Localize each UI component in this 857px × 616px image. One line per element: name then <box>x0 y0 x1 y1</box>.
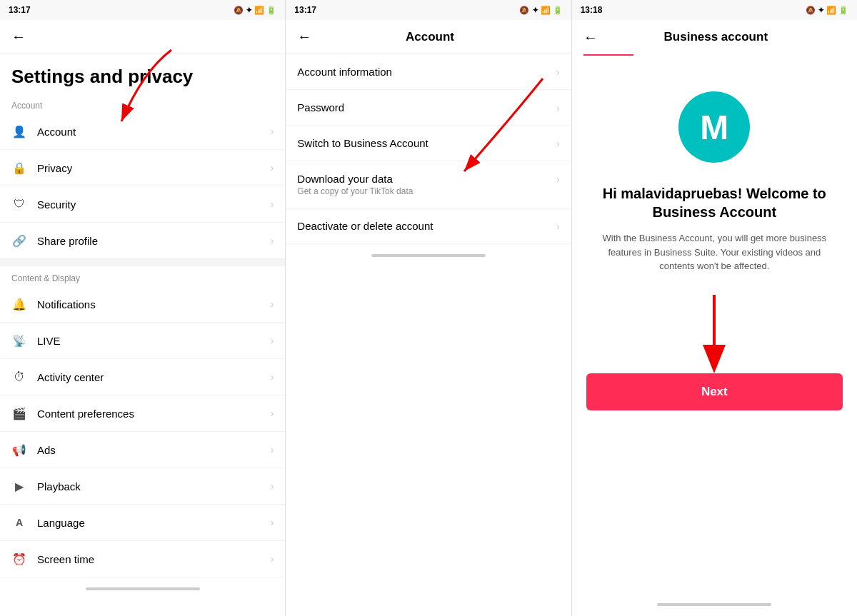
ads-label: Ads <box>37 444 271 456</box>
account-info-label: Account information <box>297 66 556 78</box>
share-label: Share profile <box>37 235 271 247</box>
welcome-desc: With the Business Account, you will get … <box>586 231 843 273</box>
chevron-screen-time: › <box>271 553 274 565</box>
bottom-bar-2 <box>371 254 486 257</box>
chevron-language: › <box>271 517 274 528</box>
bottom-bar-3 <box>657 603 771 606</box>
status-bar-2: 13:17 🔕 ✦ 📶 🔋 <box>286 0 571 20</box>
status-bar-3: 13:18 🔕 ✦ 📶 🔋 <box>572 0 857 20</box>
avatar: M <box>678 91 750 163</box>
header-3: ← Business account <box>572 20 857 54</box>
status-icons-1: 🔕 ✦ 📶 🔋 <box>234 6 276 15</box>
language-label: Language <box>37 517 271 529</box>
panel-account: 13:17 🔕 ✦ 📶 🔋 ← Account Account informat… <box>285 0 571 616</box>
switch-business-item[interactable]: Switch to Business Account › <box>286 126 571 161</box>
download-data-item[interactable]: Download your data › Get a copy of your … <box>286 161 571 208</box>
menu-item-ads[interactable]: 📢 Ads › <box>0 432 285 468</box>
menu-item-share[interactable]: 🔗 Share profile › <box>0 223 285 259</box>
chevron-password: › <box>556 102 560 113</box>
password-item[interactable]: Password › <box>286 90 571 126</box>
download-data-label: Download your data <box>297 173 556 185</box>
notifications-label: Notifications <box>37 298 271 310</box>
menu-item-notifications[interactable]: 🔔 Notifications › <box>0 286 285 323</box>
chevron-privacy: › <box>271 162 274 173</box>
chevron-content-pref: › <box>271 408 274 419</box>
panel-settings: 13:17 🔕 ✦ 📶 🔋 ← Settings and privacy Acc… <box>0 0 285 616</box>
share-icon: 🔗 <box>11 233 27 248</box>
deactivate-item[interactable]: Deactivate or delete account › <box>286 208 571 244</box>
chevron-deactivate: › <box>556 221 560 232</box>
header-1: ← <box>0 20 285 54</box>
header-2: ← Account <box>286 20 571 54</box>
security-icon: 🛡 <box>11 196 27 212</box>
chevron-share: › <box>271 235 274 246</box>
password-label: Password <box>297 101 556 113</box>
activity-label: Activity center <box>37 371 271 383</box>
section-label-content: Content & Display <box>0 266 285 286</box>
menu-item-activity[interactable]: ⏱ Activity center › <box>0 359 285 395</box>
chevron-account: › <box>271 126 274 137</box>
live-icon: 📡 <box>11 333 27 348</box>
time-1: 13:17 <box>9 5 31 15</box>
screen-time-icon: ⏰ <box>11 551 27 567</box>
arrow-area <box>586 288 843 373</box>
back-icon-2[interactable]: ← <box>297 29 311 45</box>
chevron-ads: › <box>271 444 274 455</box>
status-bar-1: 13:17 🔕 ✦ 📶 🔋 <box>0 0 285 20</box>
ads-icon: 📢 <box>11 442 27 458</box>
menu-item-security[interactable]: 🛡 Security › <box>0 186 285 223</box>
chevron-acct-info: › <box>556 66 560 78</box>
menu-item-account[interactable]: 👤 Account › <box>0 113 285 150</box>
chevron-security: › <box>271 198 274 210</box>
business-header-title: Business account <box>606 30 826 44</box>
welcome-title: Hi malavidapruebas! Welcome to Business … <box>586 184 843 221</box>
back-icon-1[interactable]: ← <box>11 29 26 45</box>
privacy-icon: 🔒 <box>11 160 27 176</box>
chevron-live: › <box>271 335 274 346</box>
panel-business: 13:18 🔕 ✦ 📶 🔋 ← Business account M Hi ma… <box>571 0 857 616</box>
screen-time-label: Screen time <box>37 553 271 565</box>
bottom-bar-1 <box>86 587 200 590</box>
back-icon-3[interactable]: ← <box>583 29 598 46</box>
divider-1 <box>0 259 285 266</box>
next-button[interactable]: Next <box>586 373 843 410</box>
panel-footer-2 <box>286 244 571 267</box>
status-icons-2: 🔕 ✦ 📶 🔋 <box>519 6 562 15</box>
section-label-account: Account <box>0 94 285 113</box>
menu-item-playback[interactable]: ▶ Playback › <box>0 468 285 505</box>
menu-item-screen-time[interactable]: ⏰ Screen time › <box>0 541 285 577</box>
switch-business-label: Switch to Business Account <box>297 137 556 149</box>
account-label: Account <box>37 126 271 138</box>
account-header-title: Account <box>320 30 539 44</box>
notifications-icon: 🔔 <box>11 296 27 312</box>
chevron-download: › <box>556 173 560 185</box>
playback-icon: ▶ <box>11 478 27 494</box>
menu-item-privacy[interactable]: 🔒 Privacy › <box>0 150 285 186</box>
activity-icon: ⏱ <box>11 369 27 385</box>
menu-item-language[interactable]: A Language › <box>0 505 285 541</box>
time-2: 13:17 <box>294 5 316 15</box>
live-label: LIVE <box>37 335 271 347</box>
chevron-activity: › <box>271 371 274 383</box>
chevron-playback: › <box>271 480 274 492</box>
business-content: M Hi malavidapruebas! Welcome to Busines… <box>572 56 857 593</box>
status-icons-3: 🔕 ✦ 📶 🔋 <box>806 6 848 15</box>
account-icon: 👤 <box>11 123 27 139</box>
content-pref-label: Content preferences <box>37 408 271 420</box>
security-label: Security <box>37 198 271 211</box>
chevron-switch-business: › <box>556 138 560 149</box>
download-data-sub: Get a copy of your TikTok data <box>297 186 559 196</box>
menu-item-content-pref[interactable]: 🎬 Content preferences › <box>0 395 285 432</box>
menu-item-live[interactable]: 📡 LIVE › <box>0 323 285 359</box>
panel-footer-3 <box>572 593 857 616</box>
panel-footer-1 <box>0 577 285 600</box>
privacy-label: Privacy <box>37 162 271 174</box>
content-pref-icon: 🎬 <box>11 405 27 421</box>
time-3: 13:18 <box>581 5 603 15</box>
red-arrow-3 <box>686 288 743 373</box>
page-title: Settings and privacy <box>0 54 285 94</box>
deactivate-label: Deactivate or delete account <box>297 220 556 232</box>
playback-label: Playback <box>37 480 271 493</box>
language-icon: A <box>11 515 27 530</box>
account-info-item[interactable]: Account information › <box>286 54 571 90</box>
